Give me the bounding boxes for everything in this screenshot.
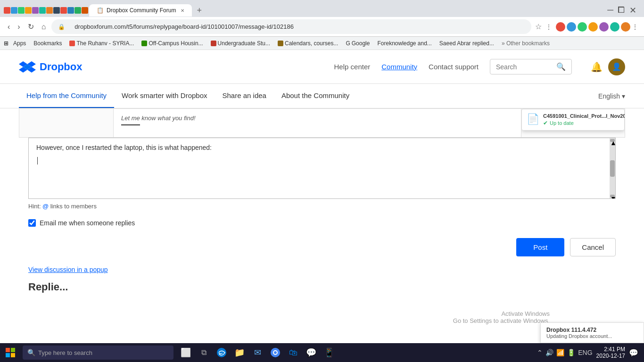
ext-icon-1[interactable] bbox=[556, 22, 565, 32]
bookmark-ruhanv[interactable]: The Ruhanv - SYRIA... bbox=[66, 39, 137, 48]
community-link[interactable]: Community bbox=[381, 63, 417, 71]
sub-nav-work-smarter[interactable]: Work smarter with Dropbox bbox=[114, 84, 215, 108]
ext-icon-5[interactable] bbox=[599, 22, 609, 32]
ext-icon-4[interactable] bbox=[588, 22, 598, 32]
contact-support-link[interactable]: Contact support bbox=[429, 63, 479, 71]
bookmark-saeed[interactable]: Saeed Abrar replied... bbox=[437, 39, 497, 48]
help-center-link[interactable]: Help center bbox=[334, 63, 371, 71]
search-box: 🔍 bbox=[490, 59, 572, 74]
logo-text: Dropbox bbox=[40, 61, 82, 73]
tab-label: Dropbox Community Forum bbox=[107, 7, 176, 14]
reload-button[interactable]: ↻ bbox=[26, 21, 36, 32]
browser-chrome: 📋 Dropbox Community Forum ✕ + ─ ⧠ ✕ ‹ › … bbox=[0, 0, 644, 50]
tab-bar: 📋 Dropbox Community Forum ✕ + ─ ⧠ ✕ bbox=[0, 0, 644, 17]
editor-text-area[interactable]: However, once I restarted the laptop, th… bbox=[29, 138, 615, 157]
post-quote-text: Let me know what you find! bbox=[121, 115, 513, 122]
close-button[interactable]: ✕ bbox=[629, 5, 636, 16]
post-button[interactable]: Post bbox=[516, 238, 564, 256]
address-bar: ‹ › ↻ ⌂ 🔒 ☆ ⋮ ⋮ bbox=[0, 17, 644, 37]
reply-section: However, once I restarted the laptop, th… bbox=[19, 138, 625, 304]
editor-content-text: However, once I restarted the laptop, th… bbox=[36, 144, 212, 151]
cancel-button[interactable]: Cancel bbox=[570, 238, 616, 256]
toast-status-row: ✔ Up to date bbox=[543, 120, 625, 126]
toast-status-text: Up to date bbox=[550, 120, 574, 126]
view-discussion-link[interactable]: View discussion in a popup bbox=[28, 262, 616, 277]
bookmarks-more-button[interactable]: » Other bookmarks bbox=[499, 39, 553, 48]
restore-button[interactable]: ⧠ bbox=[617, 5, 626, 16]
search-button[interactable]: 🔍 bbox=[556, 62, 566, 71]
editor-cursor-line bbox=[29, 157, 615, 170]
bookmark-bookmarks[interactable]: Bookmarks bbox=[31, 39, 65, 48]
ext-icon-3[interactable] bbox=[578, 22, 587, 32]
bookmarks-bar: ⊞ Apps Bookmarks The Ruhanv - SYRIA... O… bbox=[0, 37, 644, 50]
email-checkbox[interactable] bbox=[28, 219, 36, 227]
avatar[interactable]: 👤 bbox=[608, 58, 625, 75]
new-tab-button[interactable]: + bbox=[193, 6, 206, 16]
content-area: Let me know what you find! thr 📄 C459100… bbox=[0, 108, 644, 304]
dropbox-popup-text: Updating Dropbox account... bbox=[546, 333, 638, 339]
header-nav: Help center Community Contact support 🔍 … bbox=[334, 58, 625, 75]
ext-icon-7[interactable] bbox=[621, 22, 630, 32]
email-notification-row: Email me when someone replies bbox=[28, 214, 616, 232]
chevron-down-icon: ▾ bbox=[622, 92, 625, 100]
sub-nav-about[interactable]: About the Community bbox=[274, 84, 357, 108]
toast-filename: C4591001_Clinical_Prot...l_Nov2020.pdf bbox=[543, 113, 625, 119]
editor-scrollbar[interactable]: ▲ ▼ bbox=[610, 138, 615, 198]
dropbox-logo-icon bbox=[19, 58, 36, 75]
form-action-row: Post Cancel bbox=[28, 232, 616, 262]
sub-nav: Help from the Community Work smarter wit… bbox=[0, 84, 644, 108]
hint-text: links to members bbox=[50, 203, 97, 210]
bookmark-google[interactable]: G Google bbox=[343, 39, 372, 48]
address-input[interactable] bbox=[68, 21, 525, 32]
activate-windows-watermark: Activate Windows Go to Settings to activ… bbox=[453, 310, 550, 324]
header-icons: 🔔 👤 bbox=[591, 58, 625, 75]
post-main-content: Let me know what you find! bbox=[114, 109, 521, 137]
page-content: Dropbox Help center Community Contact su… bbox=[0, 50, 644, 343]
bookmark-undergrad[interactable]: Undergraduate Stu... bbox=[208, 39, 273, 48]
active-tab[interactable]: 📋 Dropbox Community Forum ✕ bbox=[89, 4, 192, 16]
hint-label: Hint: bbox=[28, 203, 41, 210]
scrollbar-thumb[interactable] bbox=[610, 160, 615, 177]
hint-at-symbol: @ bbox=[42, 203, 49, 210]
language-selector[interactable]: English ▾ bbox=[598, 92, 625, 100]
hint-row: Hint: @ links to members bbox=[28, 199, 616, 214]
minimize-button[interactable]: ─ bbox=[607, 5, 613, 16]
text-cursor bbox=[37, 157, 38, 165]
scrollbar-down-arrow[interactable]: ▼ bbox=[610, 195, 615, 197]
bookmark-offcampus[interactable]: Off-Campus Housin... bbox=[139, 39, 206, 48]
sub-nav-share-idea[interactable]: Share an idea bbox=[215, 84, 274, 108]
dropbox-popup-title: Dropbox 111.4.472 bbox=[546, 327, 638, 333]
logo[interactable]: Dropbox bbox=[19, 58, 82, 75]
tab-close-button[interactable]: ✕ bbox=[181, 8, 184, 13]
toast-check-icon: ✔ bbox=[543, 120, 548, 126]
bookmark-star[interactable]: ☆ bbox=[535, 22, 542, 31]
ext-icon-6[interactable] bbox=[610, 22, 619, 32]
home-button[interactable]: ⌂ bbox=[40, 22, 48, 32]
file-toast-notification: 📄 C4591001_Clinical_Prot...l_Nov2020.pdf… bbox=[521, 109, 625, 131]
forward-button[interactable]: › bbox=[16, 22, 22, 32]
bookmark-calendars[interactable]: Calendars, courses... bbox=[275, 39, 341, 48]
post-side-panel bbox=[19, 109, 114, 137]
dropbox-update-popup: Dropbox 111.4.472 Updating Dropbox accou… bbox=[540, 322, 644, 343]
sub-nav-community-help[interactable]: Help from the Community bbox=[19, 84, 114, 108]
bookmark-foreknowledge[interactable]: Foreknowledge and... bbox=[374, 39, 434, 48]
email-checkbox-label[interactable]: Email me when someone replies bbox=[40, 219, 135, 227]
notification-bell-icon[interactable]: 🔔 bbox=[591, 61, 603, 73]
site-header: Dropbox Help center Community Contact su… bbox=[0, 50, 644, 84]
search-input[interactable] bbox=[496, 63, 553, 71]
pdf-icon: 📄 bbox=[527, 113, 539, 125]
post-preview-container: Let me know what you find! thr 📄 C459100… bbox=[19, 108, 625, 138]
extensions-button[interactable]: ⋮ bbox=[545, 23, 552, 31]
post-thumb: thr 📄 C4591001_Clinical_Prot...l_Nov2020… bbox=[521, 109, 625, 137]
post-divider bbox=[121, 124, 140, 125]
back-button[interactable]: ‹ bbox=[6, 22, 12, 32]
more-extensions[interactable]: ⋮ bbox=[632, 23, 638, 31]
bookmark-apps[interactable]: Apps bbox=[10, 39, 29, 48]
toast-info: C4591001_Clinical_Prot...l_Nov2020.pdf ✔… bbox=[543, 113, 625, 126]
replies-heading: Replie... bbox=[28, 277, 616, 295]
reply-editor[interactable]: However, once I restarted the laptop, th… bbox=[28, 138, 616, 199]
ext-icon-2[interactable] bbox=[567, 22, 576, 32]
